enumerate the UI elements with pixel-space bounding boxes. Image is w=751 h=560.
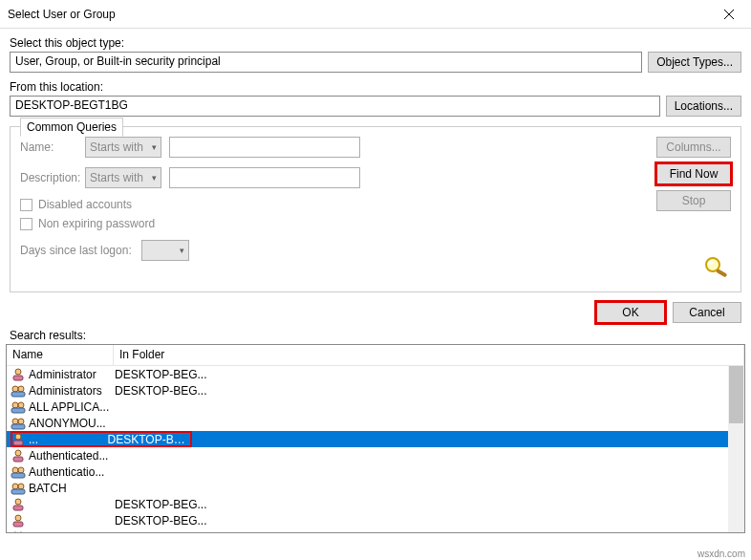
group-icon — [11, 400, 26, 414]
svg-point-31 — [18, 532, 24, 533]
svg-point-24 — [18, 484, 24, 489]
result-row[interactable]: AdministratorsDESKTOP-BEG... — [7, 382, 744, 398]
svg-point-28 — [15, 515, 21, 521]
result-name: BATCH — [29, 482, 115, 495]
group-icon — [11, 465, 26, 479]
result-folder: DESKTOP-BEG... — [108, 433, 192, 446]
result-name: Authenticatio... — [29, 465, 115, 479]
result-row[interactable]: Authenticated... — [7, 447, 744, 463]
svg-point-18 — [15, 450, 21, 456]
name-input[interactable] — [169, 137, 360, 158]
svg-rect-12 — [11, 408, 25, 413]
svg-point-7 — [12, 386, 18, 392]
user-icon — [11, 514, 26, 528]
col-name[interactable]: Name — [7, 345, 114, 365]
result-row[interactable]: AdministratorDESKTOP-BEG... — [7, 366, 744, 382]
svg-point-5 — [15, 369, 21, 375]
result-row[interactable]: ANONYMOU... — [7, 415, 744, 431]
find-now-button[interactable]: Find Now — [656, 163, 731, 184]
col-folder[interactable]: In Folder — [114, 345, 744, 365]
common-queries-group: Common Queries Name: Starts with ▾ Descr… — [10, 126, 741, 292]
svg-rect-9 — [11, 392, 25, 397]
non-expiring-label: Non expiring password — [38, 217, 155, 230]
object-type-label: Select this object type: — [10, 36, 741, 50]
group-icon — [11, 417, 26, 430]
svg-rect-15 — [11, 424, 25, 429]
name-match-combo[interactable]: Starts with ▾ — [85, 137, 161, 158]
result-row[interactable]: BATCH — [7, 480, 744, 496]
result-row[interactable]: ALL APPLICA... — [7, 398, 744, 415]
non-expiring-checkbox[interactable] — [20, 218, 32, 230]
results-list[interactable]: AdministratorDESKTOP-BEG...Administrator… — [7, 366, 744, 532]
result-row[interactable]: DESKTOP-BEG... — [7, 496, 744, 512]
common-queries-legend: Common Queries — [20, 118, 123, 137]
svg-point-8 — [18, 386, 24, 392]
window-title: Select User or Group — [8, 8, 116, 21]
svg-point-26 — [15, 499, 21, 505]
result-row[interactable]: Authenticatio... — [7, 463, 744, 480]
svg-point-14 — [18, 419, 24, 424]
cancel-button[interactable]: Cancel — [673, 302, 741, 323]
svg-point-21 — [18, 467, 24, 473]
svg-point-11 — [18, 402, 24, 408]
result-row[interactable]: ...DESKTOP-BEG... — [7, 431, 744, 447]
result-folder: DESKTOP-BEG... — [115, 368, 206, 381]
from-location-field[interactable]: DESKTOP-BEGT1BG — [10, 96, 660, 117]
svg-point-16 — [15, 434, 21, 440]
titlebar: Select User or Group — [0, 0, 751, 29]
user-icon — [11, 433, 26, 446]
result-name: CONSOLE L... — [29, 530, 115, 533]
chevron-down-icon: ▾ — [152, 142, 157, 152]
result-name: Administrator — [29, 368, 115, 381]
days-since-combo[interactable]: ▾ — [141, 240, 189, 261]
user-icon — [11, 368, 26, 381]
watermark: wsxdn.com — [697, 549, 745, 559]
name-match-value: Starts with — [90, 140, 143, 154]
dialog-content: Select this object type: User, Group, or… — [0, 29, 751, 292]
dialog-actions: OK Cancel — [0, 292, 751, 329]
scrollbar[interactable] — [728, 366, 744, 532]
group-icon — [11, 482, 26, 495]
result-name: ... — [29, 433, 108, 446]
result-name: Administrators — [29, 384, 115, 398]
user-icon — [11, 498, 26, 511]
result-name: ANONYMOU... — [29, 417, 115, 430]
results-header: Name In Folder — [7, 345, 744, 366]
result-name: ALL APPLICA... — [29, 400, 115, 414]
chevron-down-icon: ▾ — [152, 173, 157, 183]
description-input[interactable] — [169, 167, 360, 188]
result-folder: DESKTOP-BEG... — [115, 498, 206, 511]
object-types-button[interactable]: Object Types... — [648, 52, 741, 73]
user-icon — [11, 449, 26, 463]
object-type-field[interactable]: User, Group, or Built-in security princi… — [10, 52, 642, 73]
locations-button[interactable]: Locations... — [666, 96, 741, 117]
close-button[interactable] — [707, 0, 751, 29]
svg-rect-17 — [13, 441, 23, 445]
disabled-accounts-checkbox[interactable] — [20, 199, 32, 211]
svg-rect-19 — [13, 457, 23, 462]
columns-button[interactable]: Columns... — [656, 137, 731, 158]
ok-button[interactable]: OK — [596, 302, 665, 323]
svg-point-3 — [708, 261, 714, 265]
search-results-label: Search results: — [10, 329, 751, 342]
search-results: Name In Folder AdministratorDESKTOP-BEG.… — [6, 344, 745, 533]
svg-point-13 — [12, 419, 18, 424]
result-name: Authenticated... — [29, 449, 115, 463]
description-label: Description: — [20, 171, 77, 184]
stop-button[interactable]: Stop — [656, 190, 731, 211]
result-row[interactable]: CONSOLE L... — [7, 528, 744, 532]
svg-rect-6 — [13, 376, 23, 380]
svg-rect-4 — [716, 269, 727, 277]
svg-rect-29 — [13, 522, 23, 527]
from-location-label: From this location: — [10, 80, 741, 94]
scrollbar-thumb[interactable] — [729, 366, 743, 423]
search-icon — [702, 255, 731, 278]
svg-point-23 — [12, 484, 18, 489]
name-label: Name: — [20, 140, 77, 154]
result-folder: DESKTOP-BEG... — [115, 514, 206, 528]
svg-point-20 — [12, 467, 18, 473]
description-match-combo[interactable]: Starts with ▾ — [85, 167, 161, 188]
disabled-accounts-label: Disabled accounts — [38, 198, 132, 211]
result-row[interactable]: DESKTOP-BEG... — [7, 512, 744, 528]
svg-rect-27 — [13, 506, 23, 510]
